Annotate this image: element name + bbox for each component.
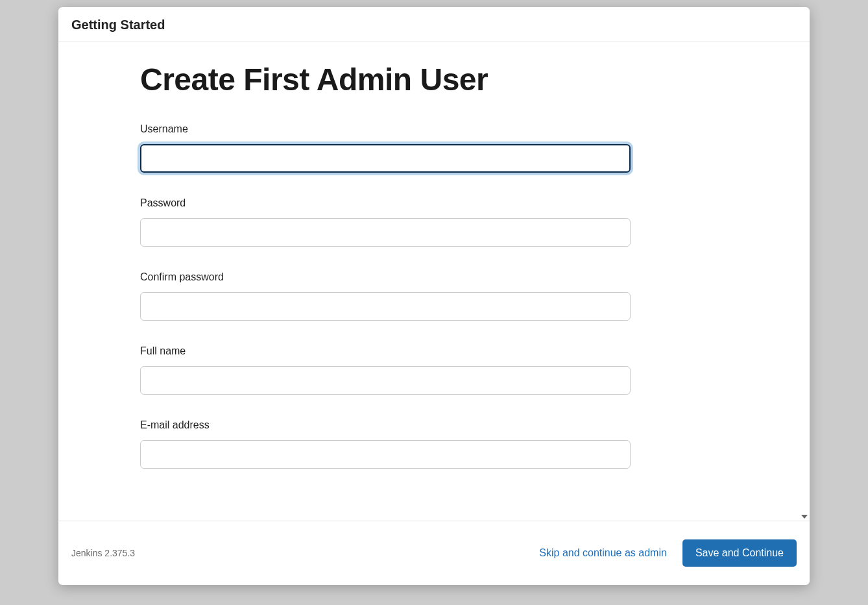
confirm-password-label: Confirm password [140,271,631,283]
modal-title: Getting Started [71,18,797,32]
page-title: Create First Admin User [140,62,631,97]
fullname-input[interactable] [140,366,631,395]
skip-and-continue-button[interactable]: Skip and continue as admin [539,547,667,559]
scroll-area[interactable]: Create First Admin User Username Passwor… [58,42,810,521]
field-group-password: Password [140,197,631,247]
version-text: Jenkins 2.375.3 [71,548,135,558]
email-input[interactable] [140,440,631,469]
fullname-label: Full name [140,345,631,357]
field-group-fullname: Full name [140,345,631,395]
username-input[interactable] [140,144,631,173]
save-and-continue-button[interactable]: Save and Continue [682,539,797,567]
field-group-email: E-mail address [140,419,631,469]
confirm-password-input[interactable] [140,292,631,321]
footer-actions: Skip and continue as admin Save and Cont… [539,539,797,567]
modal-footer: Jenkins 2.375.3 Skip and continue as adm… [58,521,810,585]
form-wrap: Create First Admin User Username Passwor… [140,62,631,469]
setup-wizard-modal: Getting Started Create First Admin User … [58,7,810,585]
username-label: Username [140,123,631,135]
field-group-username: Username [140,123,631,173]
modal-body: Create First Admin User Username Passwor… [58,42,810,521]
email-label: E-mail address [140,419,631,431]
password-input[interactable] [140,218,631,247]
field-group-confirm-password: Confirm password [140,271,631,321]
password-label: Password [140,197,631,209]
modal-header: Getting Started [58,7,810,42]
